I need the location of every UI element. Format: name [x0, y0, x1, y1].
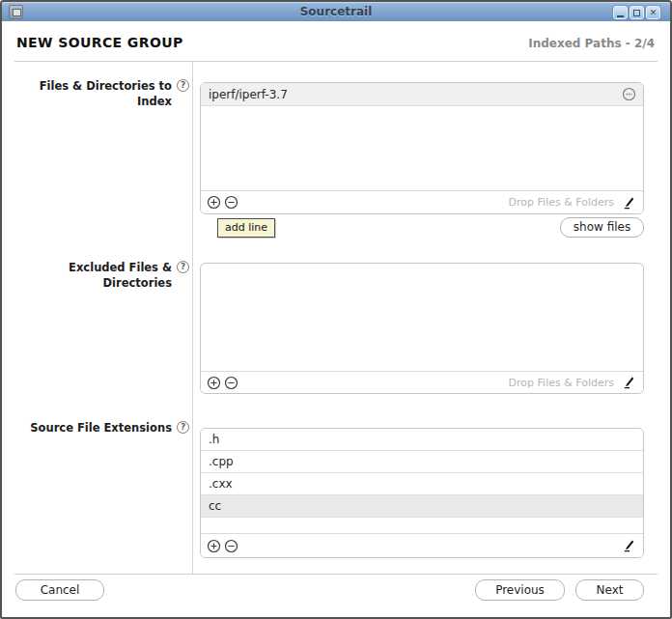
list-item[interactable]: .cpp	[201, 451, 643, 473]
edit-pencil-icon[interactable]	[622, 376, 635, 389]
help-icon[interactable]: ?	[177, 421, 189, 434]
add-line-icon[interactable]	[207, 376, 221, 390]
drop-hint: Drop Files & Folders	[509, 196, 614, 209]
add-line-icon[interactable]	[207, 539, 221, 553]
list-item[interactable]: .h	[201, 429, 643, 451]
excluded-list: Drop Files & Folders	[200, 263, 644, 394]
cancel-button[interactable]: Cancel	[15, 579, 104, 601]
footer-divider	[14, 574, 658, 575]
window-title: Sourcetrail	[2, 5, 670, 18]
index-paths-label: Files & Directories to Index ?	[14, 79, 189, 109]
minimize-icon	[617, 15, 624, 17]
help-icon[interactable]: ?	[177, 261, 189, 273]
extension-text: cc	[209, 499, 221, 513]
add-line-icon[interactable]	[207, 195, 221, 210]
drop-hint: Drop Files & Folders	[509, 377, 614, 389]
minimize-button[interactable]	[613, 6, 628, 19]
extensions-toolbar	[201, 534, 643, 557]
titlebar: Sourcetrail ✕	[2, 2, 670, 21]
remove-line-icon[interactable]	[224, 195, 238, 210]
excluded-list-area[interactable]	[201, 264, 643, 372]
close-icon: ✕	[650, 9, 658, 17]
extensions-list-area[interactable]: .h .cpp .cxx cc	[201, 429, 643, 534]
previous-button[interactable]: Previous	[475, 579, 565, 601]
step-indicator: Indexed Paths - 2/4	[528, 37, 655, 50]
excluded-label: Excluded Files & Directories ?	[14, 261, 189, 291]
path-text: iperf/iperf-3.7	[209, 88, 288, 101]
edit-pencil-icon[interactable]	[622, 196, 635, 210]
maximize-button[interactable]	[630, 6, 644, 19]
edit-pencil-icon[interactable]	[622, 539, 635, 552]
index-paths-list: iperf/iperf-3.7 Drop Files & Folders	[200, 82, 644, 214]
index-paths-list-area[interactable]: iperf/iperf-3.7	[201, 83, 643, 191]
remove-row-icon[interactable]	[622, 87, 636, 101]
show-files-button[interactable]: show files	[560, 217, 644, 238]
next-button[interactable]: Next	[575, 579, 644, 601]
list-item[interactable]: iperf/iperf-3.7	[201, 83, 643, 106]
page-title: NEW SOURCE GROUP	[16, 35, 183, 50]
remove-line-icon[interactable]	[224, 539, 238, 553]
extension-text: .cxx	[209, 477, 233, 491]
close-button[interactable]: ✕	[646, 6, 660, 19]
extension-text: .cpp	[209, 455, 234, 468]
header-divider	[14, 61, 658, 62]
extension-text: .h	[209, 433, 219, 446]
remove-line-icon[interactable]	[224, 376, 238, 390]
excluded-toolbar: Drop Files & Folders	[201, 372, 643, 393]
sourcetrail-window: Sourcetrail ✕ NEW SOURCE GROUP Indexed P…	[0, 0, 672, 619]
list-item[interactable]: .cxx	[201, 473, 643, 495]
list-item-selected[interactable]: cc	[201, 495, 643, 518]
column-divider	[192, 61, 193, 574]
index-paths-toolbar: Drop Files & Folders	[201, 191, 643, 213]
help-icon[interactable]: ?	[177, 79, 189, 92]
add-line-tooltip: add line	[217, 218, 275, 238]
maximize-icon	[633, 10, 640, 16]
extensions-label: Source File Extensions ?	[14, 421, 189, 436]
extensions-list: .h .cpp .cxx cc	[200, 428, 644, 558]
